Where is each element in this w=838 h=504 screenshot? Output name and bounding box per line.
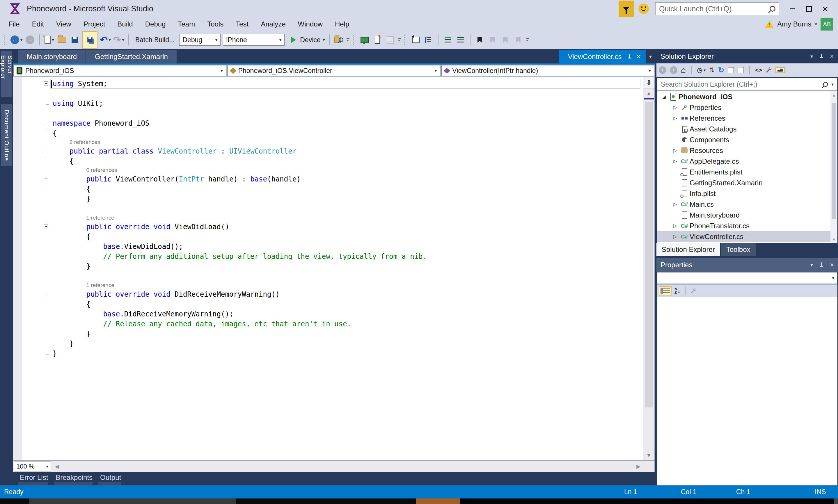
toolbar-grip-handle[interactable]: [404, 35, 407, 45]
new-file-button[interactable]: *▾: [44, 33, 54, 47]
collapsed-arrow-icon[interactable]: ▷: [671, 104, 679, 110]
tree-item-resources[interactable]: ▷Resources: [657, 145, 837, 156]
sync-with-active-document-button[interactable]: ⇅: [709, 66, 714, 74]
codelens-indicator[interactable]: 0 references: [13, 166, 643, 174]
restore-button[interactable]: [801, 1, 817, 17]
tree-item-asset catalogs[interactable]: Asset Catalogs: [657, 124, 837, 134]
collapsed-arrow-icon[interactable]: ▷: [671, 147, 679, 154]
toolbar-grip-handle[interactable]: [4, 35, 7, 45]
collapse-all-icon[interactable]: [728, 67, 734, 73]
codelens-indicator[interactable]: 1 reference: [13, 214, 643, 222]
menu-item-project[interactable]: Project: [77, 17, 111, 31]
clear-bookmarks-button[interactable]: [513, 33, 523, 47]
menu-item-file[interactable]: File: [2, 17, 26, 31]
code-text[interactable]: using System;using UIKit;namespace Phone…: [13, 77, 643, 461]
close-icon[interactable]: ×: [636, 53, 641, 61]
increase-indent-button[interactable]: [456, 33, 466, 47]
menu-item-edit[interactable]: Edit: [26, 17, 50, 31]
pending-changes-filter-button[interactable]: ◷▾: [697, 66, 706, 74]
open-file-button[interactable]: [57, 33, 67, 47]
tree-scrollbar[interactable]: ▲ ▼: [831, 91, 837, 243]
document-outline-button[interactable]: [423, 33, 434, 47]
fold-collapse-box[interactable]: [44, 121, 48, 125]
account-chevron-down-icon[interactable]: ▾: [815, 21, 817, 27]
properties-object-dropdown[interactable]: ▾: [657, 272, 837, 284]
project-dropdown[interactable]: Phoneword_iOS ▾: [13, 65, 226, 76]
save-button[interactable]: [70, 33, 80, 47]
view-code-button[interactable]: <>: [755, 67, 762, 74]
undo-button[interactable]: ↶▾: [100, 33, 111, 47]
fold-collapse-box[interactable]: [44, 292, 48, 296]
navigate-backward-button[interactable]: ←▾: [11, 33, 22, 47]
properties-header[interactable]: Properties ▾ ×: [656, 258, 838, 272]
show-all-files-icon[interactable]: [737, 67, 744, 73]
status-insert-mode[interactable]: INS: [815, 485, 826, 499]
tree-item-components[interactable]: Components: [657, 134, 837, 145]
sidebar-tab-server-explorer[interactable]: Server Explorer: [1, 51, 12, 97]
pin-icon[interactable]: [819, 262, 823, 268]
toolbar-overflow-button[interactable]: [398, 38, 401, 41]
feedback-button[interactable]: [619, 1, 634, 17]
code-editor[interactable]: using System;using UIKit;namespace Phone…: [13, 77, 655, 461]
tool-window-tab-toolbox[interactable]: Toolbox: [721, 243, 756, 256]
solution-explorer-header[interactable]: Solution Explorer ▾ ×: [656, 50, 838, 63]
account-avatar[interactable]: AB: [821, 18, 833, 31]
preview-selected-items-button[interactable]: [775, 67, 785, 73]
toolbar-grip-handle[interactable]: [353, 35, 356, 45]
panel-tab-breakpoints[interactable]: Breakpoints: [54, 473, 94, 482]
scrollbar-thumb[interactable]: [832, 103, 836, 219]
status-column[interactable]: Col 1: [681, 485, 697, 499]
pin-icon[interactable]: [627, 54, 632, 59]
tree-item-info.plist[interactable]: Info.plist: [657, 188, 837, 199]
status-character[interactable]: Ch 1: [736, 485, 750, 499]
show-ios-simulator-button[interactable]: [359, 33, 370, 47]
save-all-button[interactable]: [82, 31, 97, 49]
close-button[interactable]: ×: [817, 1, 833, 17]
tree-item-appdelegate.cs[interactable]: ▷C#AppDelegate.cs: [657, 156, 837, 167]
home-button[interactable]: ⌂: [681, 66, 686, 75]
menu-item-tools[interactable]: Tools: [201, 17, 230, 31]
expanded-arrow-icon[interactable]: ◢: [660, 94, 668, 100]
properties-wrench-button[interactable]: [766, 67, 772, 73]
forward-button[interactable]: ›: [670, 66, 677, 74]
batch-build-button[interactable]: Batch Build...: [133, 36, 177, 44]
navigate-forward-button[interactable]: →: [25, 33, 35, 47]
document-tab-main.storyboard[interactable]: Main.storyboard: [18, 50, 86, 64]
collapsed-arrow-icon[interactable]: ▷: [671, 223, 679, 229]
tree-item-phoneword_ios[interactable]: ◢Phoneword_iOS: [657, 91, 837, 102]
quick-launch-input[interactable]: Quick Launch (Ctrl+Q): [655, 2, 779, 15]
toggle-bookmark-button[interactable]: [475, 33, 485, 47]
document-tab-viewcontroller.cs[interactable]: ViewController.cs×: [559, 50, 646, 64]
type-dropdown[interactable]: Phoneword_iOS.ViewController ▾: [228, 65, 440, 76]
scroll-right-arrow-icon[interactable]: ▶: [636, 463, 640, 470]
scroll-left-arrow-icon[interactable]: ◀: [55, 463, 59, 470]
close-icon[interactable]: ×: [830, 261, 834, 269]
menu-item-analyze[interactable]: Analyze: [255, 17, 291, 31]
decrease-indent-button[interactable]: [443, 33, 453, 47]
menu-item-build[interactable]: Build: [111, 17, 139, 31]
send-feedback-smiley-button[interactable]: [638, 3, 649, 14]
properties-page-button[interactable]: [690, 288, 697, 294]
codelens-indicator[interactable]: 2 references: [13, 138, 643, 146]
tool-window-tab-solution-explorer[interactable]: Solution Explorer: [656, 243, 720, 256]
fold-collapse-box[interactable]: [44, 82, 48, 86]
fold-collapse-box[interactable]: [44, 224, 48, 229]
solution-configuration-dropdown[interactable]: Debug▾: [179, 34, 220, 46]
menu-item-view[interactable]: View: [50, 17, 77, 31]
alphabetical-sort-button[interactable]: AZ↓: [675, 287, 680, 294]
collapsed-arrow-icon[interactable]: ▷: [671, 158, 679, 164]
collapsed-arrow-icon[interactable]: ▷: [671, 115, 679, 121]
tree-item-viewcontroller.cs[interactable]: ▷C#ViewController.cs: [657, 231, 837, 242]
solution-platform-dropdown[interactable]: iPhone▾: [223, 34, 285, 46]
tree-item-main.cs[interactable]: ▷C#Main.cs: [657, 199, 837, 210]
navigate-to-button[interactable]: [411, 33, 421, 47]
menu-item-test[interactable]: Test: [230, 17, 255, 31]
toolbar-overflow-button[interactable]: [526, 38, 529, 41]
close-icon[interactable]: ×: [830, 52, 834, 60]
menu-item-team[interactable]: Team: [172, 17, 201, 31]
scroll-up-arrow-icon[interactable]: ▲: [831, 92, 837, 97]
window-position-chevron-icon[interactable]: ▾: [810, 53, 813, 60]
tree-item-gettingstarted.xamarin[interactable]: GettingStarted.Xamarin: [657, 177, 837, 188]
start-debugging-button[interactable]: Device ▾: [291, 33, 325, 47]
back-button[interactable]: ‹: [659, 66, 666, 74]
